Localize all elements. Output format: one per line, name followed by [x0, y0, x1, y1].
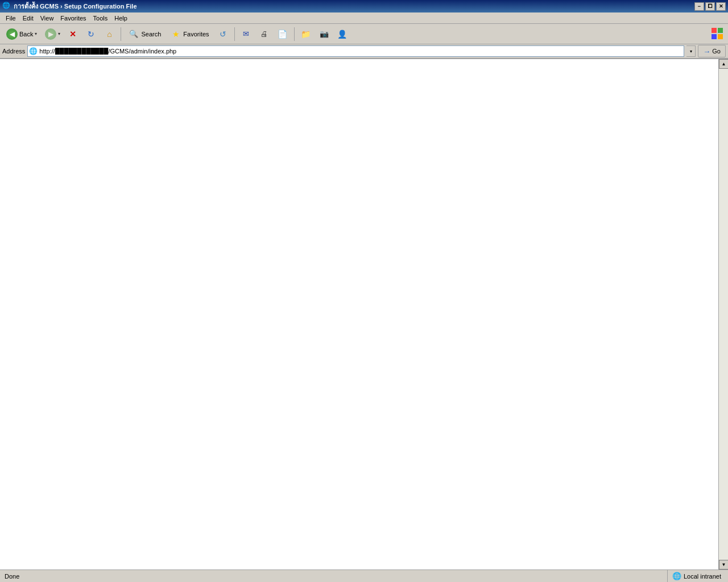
minimize-button[interactable]: − — [694, 2, 704, 11]
back-label: Back — [19, 31, 33, 38]
media-button[interactable]: ↺ — [214, 26, 231, 43]
mail-button[interactable]: ✉ — [238, 26, 255, 43]
separator-1 — [121, 27, 121, 41]
menu-view[interactable]: View — [37, 14, 57, 23]
separator-3 — [294, 27, 295, 41]
folder-button[interactable]: 📁 — [297, 26, 315, 43]
address-label: Address — [2, 48, 25, 55]
scrollbar[interactable]: ▲ ▼ — [718, 59, 728, 569]
print-button[interactable]: 🖨 — [256, 26, 273, 43]
media-icon: ↺ — [217, 28, 229, 40]
svg-rect-2 — [712, 34, 717, 39]
mail-icon: ✉ — [241, 28, 252, 40]
menu-file[interactable]: File — [2, 14, 19, 23]
go-label: Go — [712, 48, 721, 55]
separator-2 — [234, 27, 235, 41]
forward-dropdown-arrow: ▾ — [58, 31, 60, 36]
scroll-track[interactable] — [719, 69, 728, 560]
search-label: Search — [141, 31, 161, 38]
toolbar: ◀ Back ▾ ▶ ▾ ✕ ↻ ⌂ 🔍 Search — [0, 24, 728, 44]
status-zone: 🌐 Local intranet — [667, 570, 726, 583]
svg-rect-1 — [718, 28, 723, 33]
svg-rect-3 — [718, 34, 723, 39]
home-icon: ⌂ — [104, 28, 115, 40]
search-button[interactable]: 🔍 Search — [124, 26, 165, 43]
menu-help[interactable]: Help — [111, 14, 131, 23]
title-bar-left: 🌐 การตั้งค้ัง GCMS › Setup Configuration… — [2, 1, 137, 11]
refresh-button[interactable]: ↻ — [82, 26, 100, 43]
title-bar: 🌐 การตั้งค้ัง GCMS › Setup Configuration… — [0, 0, 728, 13]
scroll-down-button[interactable]: ▼ — [719, 560, 728, 569]
mediaplayer-button[interactable]: 📷 — [316, 26, 333, 43]
messenger-button[interactable]: 👤 — [334, 26, 351, 43]
status-bar: Done 🌐 Local intranet — [0, 569, 728, 582]
messenger-icon: 👤 — [337, 28, 348, 40]
address-bar: Address 🌐 ▾ → Go — [0, 44, 728, 59]
favorites-label: Favorites — [183, 31, 209, 38]
go-button[interactable]: → Go — [698, 45, 726, 57]
windows-logo — [711, 27, 723, 41]
address-input[interactable] — [39, 48, 682, 55]
menu-edit[interactable]: Edit — [19, 14, 37, 23]
menu-favorites[interactable]: Favorites — [57, 14, 89, 23]
mediaplayer-icon: 📷 — [318, 28, 330, 40]
edit-button[interactable]: 📄 — [274, 26, 291, 43]
go-arrow-icon: → — [703, 47, 710, 56]
scroll-up-button[interactable]: ▲ — [719, 59, 728, 69]
favorites-button[interactable]: ★ Favorites — [166, 26, 213, 43]
back-dropdown-arrow: ▾ — [35, 31, 37, 36]
favorites-star-icon: ★ — [170, 28, 181, 40]
address-dropdown[interactable]: ▾ — [686, 45, 696, 57]
address-globe-icon: 🌐 — [29, 47, 38, 55]
back-button[interactable]: ◀ Back ▾ — [2, 26, 41, 43]
title-text: การตั้งค้ัง GCMS › Setup Configuration F… — [14, 1, 137, 11]
title-controls: − ⧠ ✕ — [694, 2, 726, 11]
title-icon: 🌐 — [2, 2, 11, 11]
folder-icon: 📁 — [300, 28, 312, 40]
zone-label: Local intranet — [684, 573, 721, 580]
back-icon: ◀ — [6, 28, 18, 40]
print-icon: 🖨 — [259, 28, 270, 40]
forward-button[interactable]: ▶ ▾ — [42, 26, 63, 43]
stop-icon: ✕ — [67, 28, 78, 40]
status-text: Done — [2, 573, 665, 580]
status-right: 🌐 Local intranet — [667, 570, 726, 583]
search-icon: 🔍 — [128, 28, 139, 40]
stop-button[interactable]: ✕ — [64, 26, 81, 43]
menu-tools[interactable]: Tools — [90, 14, 111, 23]
home-button[interactable]: ⌂ — [101, 26, 118, 43]
menu-bar: File Edit View Favorites Tools Help — [0, 13, 728, 24]
content-area: ▲ ▼ — [0, 59, 728, 569]
address-input-wrap[interactable]: 🌐 — [27, 45, 684, 57]
restore-button[interactable]: ⧠ — [705, 2, 715, 11]
svg-rect-0 — [712, 28, 717, 33]
forward-icon: ▶ — [45, 28, 56, 40]
refresh-icon: ↻ — [85, 28, 97, 40]
close-button[interactable]: ✕ — [716, 2, 726, 11]
edit-icon: 📄 — [277, 28, 288, 40]
zone-icon: 🌐 — [672, 572, 681, 580]
